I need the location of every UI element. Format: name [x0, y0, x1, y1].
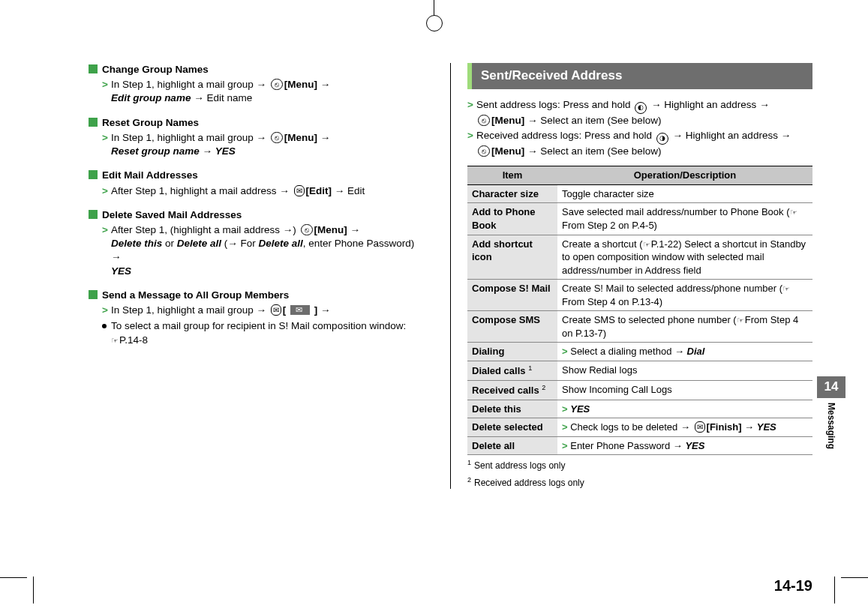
chevron-icon: > — [467, 129, 473, 158]
emphasis: YES — [215, 145, 236, 157]
cell-op: Create a shortcut (P.1-22) Select a shor… — [557, 235, 812, 280]
superscript: 1 — [528, 364, 532, 372]
bullet-square-icon — [89, 118, 98, 127]
table-row: Delete all > Enter Phone Password → YES — [467, 436, 812, 455]
text: ) — [603, 328, 606, 339]
bullet-text: To select a mail group for recipient in … — [111, 319, 406, 346]
table-row: Compose SMS Create SMS to selected phone… — [467, 311, 812, 343]
softkey-icon: ⎋ — [271, 79, 283, 90]
chevron-icon: > — [102, 131, 108, 158]
options-table: Item Operation/Description Character siz… — [467, 166, 812, 455]
step-text: After Step 1, highlight a mail address →… — [111, 184, 420, 198]
nav-left-icon: ◐ — [635, 102, 647, 114]
chevron-icon: > — [102, 223, 108, 278]
cell-op: > Enter Phone Password → YES — [557, 436, 812, 455]
text: ( — [221, 238, 227, 249]
text: In Step 1, highlight a mail group — [111, 79, 254, 90]
mail-key-icon: ✉ — [271, 304, 281, 316]
left-column: Change Group Names > In Step 1, highligh… — [89, 63, 420, 489]
section-send-message-all: Send a Message to All Group Members — [89, 289, 420, 302]
text: To select a mail group for recipient in … — [111, 320, 406, 331]
cell-item: Received calls 2 — [467, 380, 557, 400]
page-ref: From Step 4 on P.13-4 — [562, 296, 659, 307]
page-ref-icon — [643, 238, 651, 250]
cell-op: > Select a dialing method → Dial — [557, 343, 812, 361]
text: Select an item (See below) — [540, 115, 661, 126]
cell-item: Delete this — [467, 400, 557, 418]
superscript: 2 — [542, 384, 545, 391]
page-ref-icon — [782, 283, 791, 294]
step-text: In Step 1, highlight a mail group → ⎋[Me… — [111, 131, 420, 158]
step-received-logs: > Received address logs: Press and hold … — [467, 129, 812, 158]
footnote-num: 1 — [467, 459, 471, 466]
key-label: [Menu] — [491, 145, 524, 157]
step-text: In Step 1, highlight a mail group → ⎋[Me… — [111, 78, 420, 105]
bullet-square-icon — [89, 210, 98, 219]
section-change-group-names: Change Group Names — [89, 63, 420, 76]
crop-mark-bottom-left — [0, 551, 38, 589]
section-title: Change Group Names — [102, 63, 209, 76]
emphasis: YES — [685, 440, 704, 451]
text: Dialed calls — [472, 365, 526, 376]
cell-op: Create SMS to selected phone number (Fro… — [557, 311, 812, 343]
chevron-icon: > — [562, 346, 570, 357]
crop-mark-bottom-right — [830, 551, 868, 589]
chevron-icon: > — [562, 403, 570, 415]
cell-item: Add shortcut icon — [467, 235, 557, 280]
text: Received calls — [472, 385, 539, 396]
key-label: [Menu] — [314, 224, 347, 235]
section-title: Edit Mail Addresses — [102, 169, 198, 182]
key-label: [Edit] — [306, 185, 332, 196]
step: > After Step 1, (highlight a mail addres… — [89, 223, 420, 278]
cell-item: Dialed calls 1 — [467, 361, 557, 380]
key-label: [Menu] — [491, 115, 524, 126]
text: ) — [654, 220, 657, 231]
text: After Step 1, (highlight a mail address — [111, 224, 280, 235]
bullet-note: To select a mail group for recipient in … — [89, 319, 420, 346]
section-delete-saved-mail-addresses: Delete Saved Mail Addresses — [89, 208, 420, 222]
text: Create S! Mail to selected address/phone… — [562, 283, 782, 294]
footnote-num: 2 — [467, 476, 471, 484]
key-label: [Menu] — [284, 132, 317, 143]
page-ref-icon — [790, 206, 798, 217]
text: Create SMS to selected phone number ( — [562, 314, 737, 325]
text: Create a shortcut ( — [562, 238, 643, 250]
table-row: Add shortcut icon Create a shortcut (P.1… — [467, 235, 812, 280]
nav-right-icon: ◑ — [656, 133, 668, 145]
text: Highlight an address — [686, 130, 778, 141]
softkey-icon: ⎋ — [478, 145, 490, 157]
emphasis: YES — [111, 265, 131, 277]
chevron-icon: > — [102, 184, 108, 198]
text: In Step 1, highlight a mail group — [111, 132, 254, 143]
step: > In Step 1, highlight a mail group → ⎋[… — [89, 131, 420, 158]
step: > In Step 1, highlight a mail group → ✉[… — [89, 304, 420, 317]
key-label: [Finish] — [707, 421, 742, 433]
step: > In Step 1, highlight a mail group → ⎋[… — [89, 78, 420, 105]
text: or — [162, 238, 177, 249]
table-row: Received calls 2 Show Incoming Call Logs — [467, 380, 812, 400]
footnote-1: 1Sent address logs only — [467, 458, 812, 472]
section-edit-mail-addresses: Edit Mail Addresses — [89, 169, 420, 182]
cell-op: Create S! Mail to selected address/phone… — [557, 280, 812, 311]
bracket: ] — [314, 304, 318, 316]
th-operation: Operation/Description — [557, 166, 812, 185]
table-row: Dialing > Select a dialing method → Dial — [467, 343, 812, 361]
step: > After Step 1, highlight a mail address… — [89, 184, 420, 198]
step-sent-logs: > Sent address logs: Press and hold ◐ → … — [467, 98, 812, 127]
step-text: Sent address logs: Press and hold ◐ → Hi… — [476, 98, 812, 127]
cell-item: Compose S! Mail — [467, 280, 557, 311]
cell-op: Show Incoming Call Logs — [557, 380, 812, 400]
text: Received address logs: Press and hold — [476, 130, 652, 141]
cell-op: Save selected mail address/number to Pho… — [557, 203, 812, 235]
bullet-dot-icon — [102, 324, 107, 328]
step-text: In Step 1, highlight a mail group → ✉[ ]… — [111, 304, 420, 317]
text: , enter Phone Password) — [303, 238, 415, 249]
text: Select an item (See below) — [540, 145, 661, 157]
emphasis: Delete all — [177, 238, 221, 249]
table-row: Add to Phone Book Save selected mail add… — [467, 203, 812, 235]
emphasis: Reset group name — [111, 145, 200, 157]
emphasis: Dial — [687, 346, 705, 357]
emphasis: Delete all — [259, 238, 303, 249]
envelope-icon — [290, 305, 310, 315]
text: Save selected mail address/number to Pho… — [562, 206, 790, 217]
